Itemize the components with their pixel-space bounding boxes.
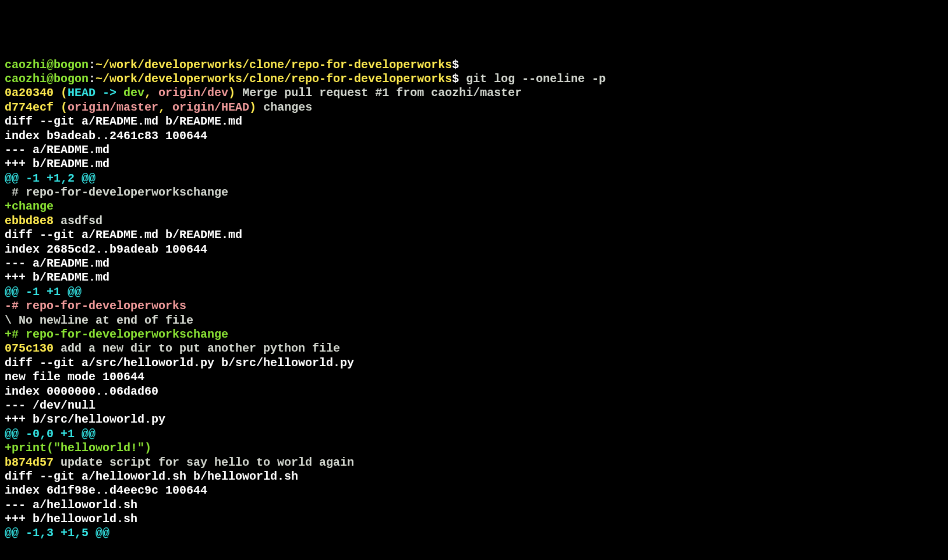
commit-line-5: b874d57 update script for say hello to w… xyxy=(5,456,943,470)
diff-header: diff --git a/src/helloworld.py b/src/hel… xyxy=(5,356,943,370)
diff-added: +print("helloworld!") xyxy=(5,441,943,455)
diff-new-file: new file mode 100644 xyxy=(5,370,943,384)
diff-index: index 6d1f98e..d4eec9c 100644 xyxy=(5,484,943,498)
diff-removed-file: --- a/helloworld.sh xyxy=(5,498,943,512)
diff-removed-file: --- a/README.md xyxy=(5,143,943,157)
diff-header: diff --git a/helloworld.sh b/helloworld.… xyxy=(5,470,943,484)
diff-added-file: +++ b/README.md xyxy=(5,271,943,285)
diff-added-file: +++ b/helloworld.sh xyxy=(5,512,943,526)
diff-added-file: +++ b/src/helloworld.py xyxy=(5,413,943,427)
diff-added-file: +++ b/README.md xyxy=(5,157,943,171)
prompt-line-2: caozhi@bogon:~/work/developerworks/clone… xyxy=(5,72,943,86)
commit-hash: 0a20340 xyxy=(5,86,54,100)
branch-name: dev xyxy=(123,86,144,100)
diff-removed-file: --- a/README.md xyxy=(5,257,943,271)
diff-index: index b9adeab..2461c83 100644 xyxy=(5,129,943,143)
diff-index: index 2685cd2..b9adeab 100644 xyxy=(5,243,943,257)
remote-ref: origin/HEAD xyxy=(172,101,249,114)
prompt-line-1: caozhi@bogon:~/work/developerworks/clone… xyxy=(5,58,943,72)
diff-context: # repo-for-developerworkschange xyxy=(5,186,943,200)
commit-line-2: d774ecf (origin/master, origin/HEAD) cha… xyxy=(5,101,943,115)
commit-hash: d774ecf xyxy=(5,101,54,114)
remote-ref: origin/master xyxy=(68,101,158,114)
commit-hash: 075c130 xyxy=(5,342,54,355)
paren-open: ( xyxy=(54,101,68,114)
terminal-output[interactable]: caozhi@bogon:~/work/developerworks/clone… xyxy=(5,58,943,541)
diff-header: diff --git a/README.md b/README.md xyxy=(5,115,943,129)
diff-removed-file: --- /dev/null xyxy=(5,399,943,413)
prompt-sep: : xyxy=(89,72,95,86)
commit-hash: ebbd8e8 xyxy=(5,214,54,228)
commit-hash: b874d57 xyxy=(5,456,54,469)
remote-ref: origin/dev xyxy=(158,86,228,100)
commit-message: update script for say hello to world aga… xyxy=(54,456,354,469)
prompt-path: ~/work/developerworks/clone/repo-for-dev… xyxy=(95,72,452,86)
diff-index: index 0000000..06dad60 xyxy=(5,385,943,399)
commit-line-4: 075c130 add a new dir to put another pyt… xyxy=(5,342,943,356)
commit-message: add a new dir to put another python file xyxy=(54,342,340,355)
comma: , xyxy=(158,101,172,114)
paren-close: ) xyxy=(249,101,256,114)
paren-open: ( xyxy=(54,86,68,100)
commit-message: Merge pull request #1 from caozhi/master xyxy=(235,86,522,100)
prompt-sep: : xyxy=(89,58,95,72)
command-text: git log --oneline -p xyxy=(459,72,606,86)
commit-line-3: ebbd8e8 asdfsd xyxy=(5,214,943,228)
head-ref: HEAD -> xyxy=(68,86,123,100)
diff-hunk: @@ -0,0 +1 @@ xyxy=(5,427,943,441)
diff-removed: -# repo-for-developerworks xyxy=(5,299,943,313)
comma: , xyxy=(144,86,158,100)
diff-hunk: @@ -1 +1 @@ xyxy=(5,285,943,299)
prompt-sep2: $ xyxy=(452,72,459,86)
diff-added: +# repo-for-developerworkschange xyxy=(5,328,943,342)
prompt-user-host: caozhi@bogon xyxy=(5,58,89,72)
prompt-path: ~/work/developerworks/clone/repo-for-dev… xyxy=(95,58,452,72)
prompt-sep2: $ xyxy=(452,58,459,72)
commit-message: changes xyxy=(256,101,312,114)
diff-header: diff --git a/README.md b/README.md xyxy=(5,228,943,242)
prompt-user-host: caozhi@bogon xyxy=(5,72,89,86)
paren-close: ) xyxy=(228,86,235,100)
diff-added: +change xyxy=(5,200,943,214)
diff-hunk: @@ -1 +1,2 @@ xyxy=(5,172,943,186)
commit-message: asdfsd xyxy=(54,214,102,228)
diff-hunk: @@ -1,3 +1,5 @@ xyxy=(5,526,943,540)
diff-no-newline: \ No newline at end of file xyxy=(5,314,943,328)
commit-line-1: 0a20340 (HEAD -> dev, origin/dev) Merge … xyxy=(5,86,943,100)
